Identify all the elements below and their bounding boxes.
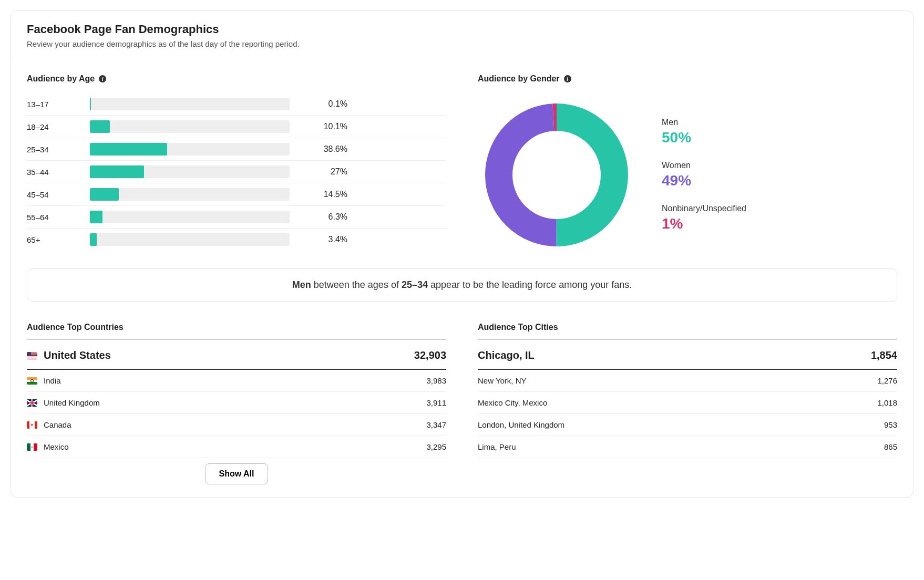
audience-by-gender: Audience by Gender i Men50%Women49%Nonbi… [478,74,897,254]
insight-gender: Men [292,279,311,290]
age-label: 25–34 [27,145,90,154]
country-name: United States [27,349,111,361]
age-percent: 3.4% [290,235,347,244]
insight-age-range: 25–34 [402,279,428,290]
gender-section-title: Audience by Gender i [478,74,897,84]
country-name: India [27,376,61,385]
age-percent: 14.5% [290,190,347,199]
card-header: Facebook Page Fan Demographics Review yo… [11,11,913,58]
top-countries: Audience Top Countries United States32,9… [27,323,446,486]
gender-legend-item: Nonbinary/Unspecified1% [662,204,746,232]
age-fill [90,233,97,246]
city-name: Mexico City, Mexico [478,398,547,407]
cities-title: Audience Top Cities [478,323,897,340]
city-row: New York, NY1,276 [478,370,897,392]
flag-icon [27,377,37,385]
city-row: London, United Kingdom953 [478,414,897,436]
age-fill [90,143,167,156]
audience-by-age: Audience by Age i 13–170.1%18–2410.1%25–… [27,74,446,254]
age-label: 55–64 [27,213,90,222]
age-fill [90,120,110,133]
city-row: Mexico City, Mexico1,018 [478,392,897,414]
countries-title: Audience Top Countries [27,323,446,340]
age-row: 35–4427% [27,161,446,183]
city-value: 953 [884,420,897,429]
age-label: 65+ [27,235,90,244]
insight-text-1: between the ages of [311,279,402,290]
age-bars: 13–170.1%18–2410.1%25–3438.6%35–4427%45–… [27,93,446,251]
age-label: 13–17 [27,100,90,109]
country-value: 3,347 [426,420,446,429]
age-label: 18–24 [27,122,90,131]
age-track [90,233,290,246]
flag-icon [27,443,37,451]
age-fill [90,188,119,201]
country-name: United Kingdom [27,398,100,407]
age-fill [90,211,102,223]
country-row: Canada3,347 [27,414,446,436]
gender-value: 1% [662,215,746,232]
age-percent: 6.3% [290,212,347,222]
age-section-title: Audience by Age i [27,74,446,84]
charts-row: Audience by Age i 13–170.1%18–2410.1%25–… [11,58,913,259]
age-row: 13–170.1% [27,93,446,116]
insight-box: Men between the ages of 25–34 appear to … [27,268,897,302]
age-track [90,165,290,178]
info-icon[interactable]: i [99,75,106,82]
city-value: 865 [884,442,897,451]
countries-list: United States32,903India3,983United King… [27,347,446,458]
age-percent: 10.1% [290,122,347,131]
donut-svg [478,96,635,254]
flag-icon [27,421,37,429]
flag-icon [27,352,37,359]
country-name: Mexico [27,442,69,451]
info-icon[interactable]: i [564,75,571,82]
country-row: India3,983 [27,370,446,392]
gender-legend: Men50%Women49%Nonbinary/Unspecified1% [662,118,746,232]
show-all-button[interactable]: Show All [205,463,269,484]
country-value: 3,983 [426,376,446,385]
city-value: 1,276 [877,376,897,385]
age-label: 35–44 [27,168,90,177]
city-name: London, United Kingdom [478,420,564,429]
country-value: 3,911 [426,398,446,407]
age-track [90,120,290,133]
city-name: Lima, Peru [478,442,516,451]
city-row: Lima, Peru865 [478,436,897,458]
age-track [90,143,290,156]
country-row: Mexico3,295 [27,436,446,458]
gender-label: Nonbinary/Unspecified [662,204,746,213]
age-row: 25–3438.6% [27,138,446,161]
top-cities: Audience Top Cities Chicago, IL1,854New … [478,323,897,486]
cities-list: Chicago, IL1,854New York, NY1,276Mexico … [478,347,897,458]
gender-value: 50% [662,129,746,146]
gender-title-text: Audience by Gender [478,74,560,84]
gender-legend-item: Women49% [662,161,746,189]
lists-row: Audience Top Countries United States32,9… [11,317,913,497]
age-fill [90,165,144,178]
age-row: 55–646.3% [27,206,446,229]
age-row: 18–2410.1% [27,116,446,138]
age-title-text: Audience by Age [27,74,95,84]
city-value: 1,018 [877,398,897,407]
city-value: 1,854 [871,349,897,361]
page-title: Facebook Page Fan Demographics [27,23,897,36]
gender-legend-item: Men50% [662,118,746,146]
country-row: United Kingdom3,911 [27,392,446,414]
age-fill [90,98,91,110]
age-percent: 27% [290,167,347,177]
age-track [90,211,290,223]
age-row: 65+3.4% [27,229,446,251]
gender-body: Men50%Women49%Nonbinary/Unspecified1% [478,96,897,254]
page-subtitle: Review your audience demographics as of … [27,39,897,48]
city-row: Chicago, IL1,854 [478,347,897,370]
country-row: United States32,903 [27,347,446,370]
gender-value: 49% [662,172,746,189]
demographics-card: Facebook Page Fan Demographics Review yo… [11,11,913,498]
gender-label: Women [662,161,746,170]
country-value: 3,295 [426,442,446,451]
gender-donut [478,96,635,254]
age-percent: 0.1% [290,99,347,109]
insight-text-2: appear to be the leading force among you… [428,279,632,290]
country-value: 32,903 [414,349,446,361]
